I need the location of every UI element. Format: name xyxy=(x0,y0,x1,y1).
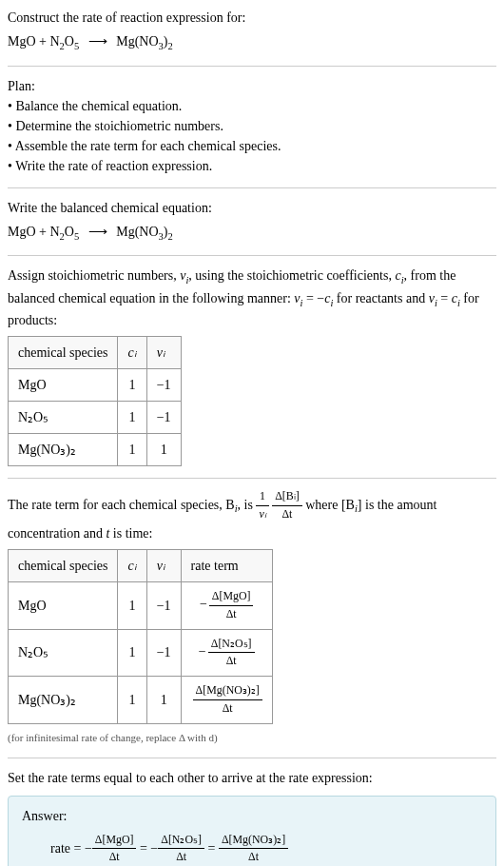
cell-species: N₂O₅ xyxy=(9,629,118,677)
reaction-arrow-icon: ⟶ xyxy=(88,222,107,242)
cell-nu: −1 xyxy=(146,581,181,629)
reactant-n2o5: N2O5 xyxy=(49,34,79,49)
stoich-table: chemical species cᵢ νᵢ MgO 1 −1 N₂O₅ 1 −… xyxy=(8,336,182,466)
cell-c: 1 xyxy=(118,369,146,402)
table-row: MgO 1 −1 −Δ[MgO]Δt xyxy=(9,581,273,629)
cell-c: 1 xyxy=(118,677,146,724)
cell-nu: −1 xyxy=(146,369,181,402)
cell-species: MgO xyxy=(9,581,118,629)
col-nui: νᵢ xyxy=(146,337,181,369)
rate-expression: rate = −Δ[MgO]Δt = −Δ[N₂O₅]Δt = Δ[Mg(NO₃… xyxy=(50,832,482,866)
plan-title: Plan: xyxy=(8,76,496,96)
cell-c: 1 xyxy=(118,581,146,629)
cell-rate: −Δ[MgO]Δt xyxy=(181,581,272,629)
table-row: MgO 1 −1 xyxy=(9,369,182,402)
col-nui: νᵢ xyxy=(146,549,181,581)
col-rate: rate term xyxy=(181,549,272,581)
table-row: N₂O₅ 1 −1 −Δ[N₂O₅]Δt xyxy=(9,629,273,677)
table-row: Mg(NO₃)₂ 1 1 xyxy=(9,434,182,466)
reactant-mgo: MgO xyxy=(8,34,36,49)
header-section: Construct the rate of reaction expressio… xyxy=(8,8,496,54)
table-header-row: chemical species cᵢ νᵢ rate term xyxy=(9,549,273,581)
cell-rate: −Δ[N₂O₅]Δt xyxy=(181,629,272,677)
stoich-text: Assign stoichiometric numbers, νi, using… xyxy=(8,266,496,330)
product-mgno32: Mg(NO3)2 xyxy=(116,225,173,239)
final-section: Set the rate terms equal to each other t… xyxy=(8,768,496,866)
divider xyxy=(8,478,496,479)
divider xyxy=(8,758,496,758)
final-title: Set the rate terms equal to each other t… xyxy=(8,768,496,788)
plus-sign: + xyxy=(36,34,50,49)
cell-species: MgO xyxy=(9,369,118,402)
construct-text: Construct the rate of reaction expressio… xyxy=(8,8,496,28)
table-header-row: chemical species cᵢ νᵢ xyxy=(9,337,182,369)
cell-c: 1 xyxy=(118,402,146,434)
balanced-equation: MgO + N2O5 ⟶ Mg(NO3)2 xyxy=(8,222,496,245)
cell-nu: −1 xyxy=(146,629,181,677)
plus-sign: + xyxy=(36,225,50,239)
col-ci: cᵢ xyxy=(118,337,146,369)
cell-nu: −1 xyxy=(146,402,181,434)
cell-species: Mg(NO₃)₂ xyxy=(9,677,118,724)
cell-rate: Δ[Mg(NO₃)₂]Δt xyxy=(181,677,272,724)
col-species: chemical species xyxy=(9,337,118,369)
balanced-section: Write the balanced chemical equation: Mg… xyxy=(8,198,496,245)
reactant-n2o5: N2O5 xyxy=(49,225,79,239)
divider xyxy=(8,187,496,188)
cell-c: 1 xyxy=(118,629,146,677)
stoich-section: Assign stoichiometric numbers, νi, using… xyxy=(8,266,496,466)
cell-c: 1 xyxy=(118,434,146,466)
reaction-arrow-icon: ⟶ xyxy=(88,31,107,51)
rateterm-text: The rate term for each chemical species,… xyxy=(8,488,496,543)
fraction: 1νᵢ xyxy=(256,488,268,523)
plan-item: • Assemble the rate term for each chemic… xyxy=(8,136,496,156)
rateterm-section: The rate term for each chemical species,… xyxy=(8,488,496,745)
unbalanced-equation: MgO + N2O5 ⟶ Mg(NO3)2 xyxy=(8,31,496,54)
cell-nu: 1 xyxy=(146,677,181,724)
table-row: Mg(NO₃)₂ 1 1 Δ[Mg(NO₃)₂]Δt xyxy=(9,677,273,724)
plan-item: • Determine the stoichiometric numbers. xyxy=(8,116,496,136)
reactant-mgo: MgO xyxy=(8,225,36,239)
cell-species: N₂O₅ xyxy=(9,402,118,434)
answer-label: Answer: xyxy=(22,806,482,826)
fraction: Δ[Bᵢ]Δt xyxy=(272,488,302,523)
plan-item: • Balance the chemical equation. xyxy=(8,96,496,116)
plan-item: • Write the rate of reaction expression. xyxy=(8,156,496,176)
balanced-title: Write the balanced chemical equation: xyxy=(8,198,496,218)
divider xyxy=(8,66,496,67)
rateterm-note: (for infinitesimal rate of change, repla… xyxy=(8,730,496,746)
table-row: N₂O₅ 1 −1 xyxy=(9,402,182,434)
cell-species: Mg(NO₃)₂ xyxy=(9,434,118,466)
col-species: chemical species xyxy=(9,549,118,581)
product-mgno32: Mg(NO3)2 xyxy=(116,34,173,49)
answer-box: Answer: rate = −Δ[MgO]Δt = −Δ[N₂O₅]Δt = … xyxy=(8,796,496,866)
divider xyxy=(8,255,496,256)
cell-nu: 1 xyxy=(146,434,181,466)
col-ci: cᵢ xyxy=(118,549,146,581)
plan-section: Plan: • Balance the chemical equation. •… xyxy=(8,76,496,176)
rateterm-table: chemical species cᵢ νᵢ rate term MgO 1 −… xyxy=(8,549,273,724)
